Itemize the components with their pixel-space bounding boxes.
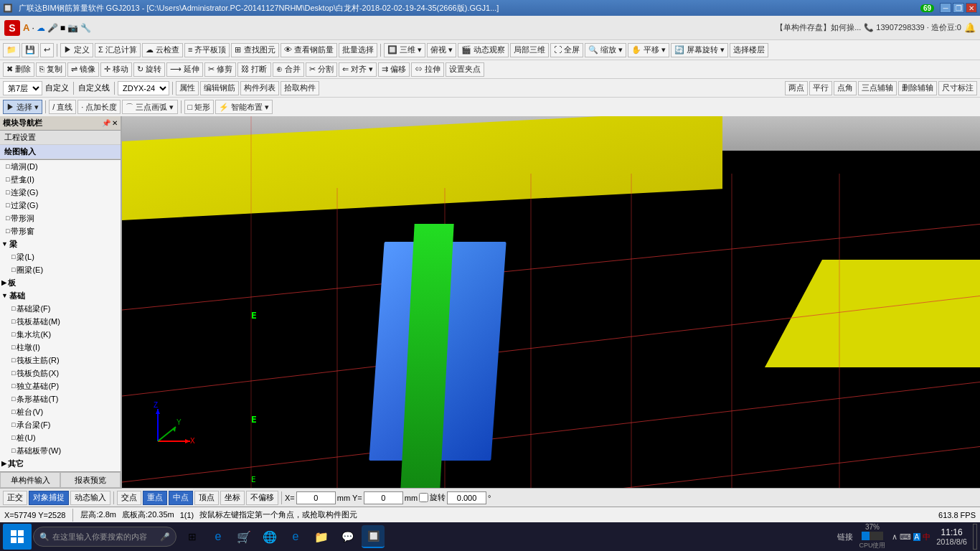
sidebar-item-ring-beam[interactable]: □ 圈梁(E): [0, 263, 121, 276]
sidebar-item-strip-found[interactable]: □ 条形基础(T): [0, 392, 121, 405]
sidebar-item-over-beam[interactable]: □ 过梁(G): [0, 199, 121, 212]
sidebar-item-found-beam[interactable]: □ 基础梁(F): [0, 302, 121, 315]
start-button[interactable]: [3, 524, 32, 550]
point-extend-btn[interactable]: · 点加长度: [77, 100, 121, 114]
systray-lang-icon[interactable]: 中: [923, 532, 930, 542]
sidebar-item-raft[interactable]: □ 筏板基础(M): [0, 315, 121, 328]
sidebar-item-pile[interactable]: □ 桩(U): [0, 431, 121, 444]
viewport[interactable]: E E X Z Y E: [122, 116, 980, 488]
select-btn[interactable]: ▶ 选择 ▾: [3, 100, 42, 114]
systray-up-icon[interactable]: ∧: [892, 532, 897, 542]
del-axis-btn[interactable]: 删除辅轴: [898, 81, 937, 95]
three-arc-btn[interactable]: ⌒ 三点画弧 ▾: [122, 100, 177, 114]
taskbar-explorer[interactable]: 📁: [310, 525, 333, 548]
new-btn[interactable]: 📁: [3, 43, 20, 57]
select-floor-btn[interactable]: 选择楼层: [730, 43, 768, 57]
sidebar-item-wall-hole[interactable]: □ 墙洞(D): [0, 160, 121, 173]
taskbar-store[interactable]: 🛒: [232, 525, 255, 548]
logo-btn-cam[interactable]: 📷: [67, 23, 78, 33]
sidebar-cat-slab[interactable]: ▶ 板: [0, 276, 121, 289]
move-btn[interactable]: ✛ 移动: [100, 62, 132, 77]
y-input[interactable]: [364, 491, 403, 504]
split-btn[interactable]: ✂ 分割: [306, 62, 337, 77]
find-elem-btn[interactable]: ⊞ 查找图元: [231, 43, 278, 57]
sidebar-item-conn-beam[interactable]: □ 连梁(G): [0, 186, 121, 199]
copy-btn[interactable]: ⎘ 复制: [36, 62, 66, 77]
pan-btn[interactable]: ✋ 平移 ▾: [628, 43, 669, 57]
taskbar-chrome[interactable]: 🌐: [258, 525, 281, 548]
batch-select-btn[interactable]: 批量选择: [339, 43, 377, 57]
three-point-btn[interactable]: 三点辅轴: [858, 81, 897, 95]
break-btn[interactable]: ⛓ 打断: [237, 62, 270, 77]
rect-btn[interactable]: □ 矩形: [184, 100, 215, 114]
dynamic-obs-btn[interactable]: 🎬 动态观察: [458, 43, 509, 57]
align-top-btn[interactable]: ≡ 齐平板顶: [184, 43, 230, 57]
delete-btn[interactable]: ✖ 删除: [3, 62, 34, 77]
logo-btn-a[interactable]: A: [23, 22, 29, 33]
sidebar-item-band-window[interactable]: □ 带形窗: [0, 225, 121, 237]
zoom-btn[interactable]: 🔍 缩放 ▾: [585, 43, 626, 57]
vertex-btn[interactable]: 顶点: [194, 491, 219, 505]
sidebar-close-icon[interactable]: ✕: [112, 119, 118, 127]
view-btn[interactable]: 俯视 ▾: [427, 43, 456, 57]
sidebar-cat-other[interactable]: ▶ 其它: [0, 457, 121, 470]
set-grip-btn[interactable]: 设置夹点: [446, 62, 484, 77]
logo-btn-mic[interactable]: 🎤: [47, 23, 58, 33]
section-draw-input[interactable]: 绘图输入: [0, 145, 121, 159]
notification-bell[interactable]: 🔔: [964, 22, 976, 33]
taskbar-search[interactable]: 🔍 在这里输入你要搜索的内容 🎤: [33, 527, 176, 547]
sum-calc-btn[interactable]: Σ 汇总计算: [95, 43, 141, 57]
align-btn[interactable]: ⇐ 对齐 ▾: [339, 62, 377, 77]
parallel-btn[interactable]: 平行: [809, 81, 832, 95]
screen-rotate-btn[interactable]: 🔄 屏幕旋转 ▾: [671, 43, 728, 57]
report-preview-btn[interactable]: 报表预览: [60, 472, 121, 488]
component-list-btn[interactable]: 构件列表: [240, 81, 279, 95]
restore-button[interactable]: ❐: [953, 3, 964, 13]
taskbar-weixin[interactable]: 💬: [336, 525, 359, 548]
sidebar-item-raft-neg-rebar[interactable]: □ 筏板负筋(X): [0, 367, 121, 380]
logo-btn-cloud[interactable]: ☁: [37, 23, 45, 33]
no-offset-btn[interactable]: 不偏移: [246, 491, 278, 505]
trim-btn[interactable]: ✂ 修剪: [204, 62, 236, 77]
taskbar-ie[interactable]: e: [284, 525, 307, 548]
taskbar-task-view[interactable]: ⊞: [181, 525, 204, 548]
intersection-btn[interactable]: 交点: [117, 491, 141, 505]
sidebar-item-isolated-found[interactable]: □ 独立基础(P): [0, 380, 121, 392]
extend-btn[interactable]: ⟶ 延伸: [166, 62, 203, 77]
sidebar-item-raft-main-rebar[interactable]: □ 筏板主筋(R): [0, 354, 121, 367]
logo-btn-screen[interactable]: ■: [60, 23, 65, 33]
stretch-btn[interactable]: ⇔ 拉伸: [411, 62, 444, 77]
midpoint-btn[interactable]: 重点: [143, 491, 167, 505]
close-button[interactable]: ✕: [966, 3, 977, 13]
sidebar-cat-beam[interactable]: ▼ 梁: [0, 237, 121, 250]
taskbar-clock[interactable]: 11:16 2018/8/6: [936, 527, 967, 546]
sidebar-item-pier[interactable]: □ 柱墩(I): [0, 341, 121, 354]
dynamic-input-btn[interactable]: 动态输入: [70, 491, 110, 505]
property-btn[interactable]: 属性: [176, 81, 199, 95]
sidebar-item-found-slab-band[interactable]: □ 基础板带(W): [0, 444, 121, 457]
undo-btn[interactable]: ↩: [40, 43, 54, 57]
rotate-checkbox[interactable]: [419, 493, 428, 502]
taskbar-edge[interactable]: e: [207, 525, 230, 548]
dim-mark-btn[interactable]: 尺寸标注: [938, 81, 977, 95]
minimize-button[interactable]: ─: [940, 3, 951, 13]
coord-btn[interactable]: 坐标: [220, 491, 245, 505]
systray-keyboard-icon[interactable]: ⌨: [900, 532, 911, 542]
line-btn[interactable]: / 直线: [49, 100, 76, 114]
define-btn[interactable]: ▶ 定义: [60, 43, 93, 57]
two-point-btn[interactable]: 两点: [785, 81, 808, 95]
cloud-check-btn[interactable]: ☁ 云检查: [142, 43, 183, 57]
rotate-input[interactable]: [447, 491, 486, 504]
mirror-btn[interactable]: ⇌ 镜像: [67, 62, 99, 77]
view-rebar-btn[interactable]: 👁 查看钢筋量: [281, 43, 337, 57]
offset-btn[interactable]: ⇉ 偏移: [378, 62, 410, 77]
sidebar-cat-foundation[interactable]: ▼ 基础: [0, 289, 121, 302]
snap-btn[interactable]: 对象捕捉: [29, 491, 69, 505]
layer-select[interactable]: 第7层: [3, 81, 42, 95]
sidebar-item-beam[interactable]: □ 梁(L): [0, 250, 121, 263]
logo-btn-tool[interactable]: 🔧: [80, 23, 91, 33]
single-save-btn[interactable]: 【单构件存盘】如何操...: [776, 22, 861, 33]
x-input[interactable]: [296, 491, 336, 504]
rotate-btn2[interactable]: ↻ 旋转: [133, 62, 165, 77]
section-project-settings[interactable]: 工程设置: [0, 131, 121, 145]
